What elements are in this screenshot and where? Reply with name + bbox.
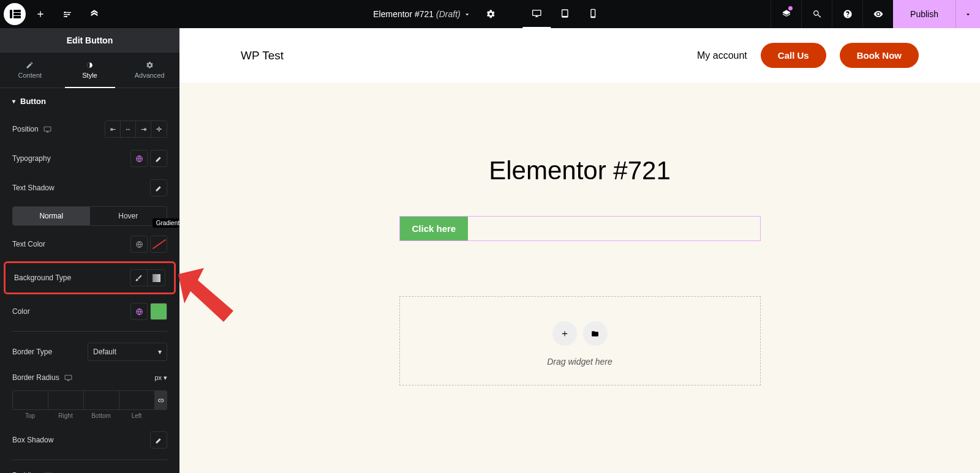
pencil-icon <box>155 155 163 163</box>
document-title-dropdown[interactable]: Elementor #721 (Draft) <box>373 9 471 19</box>
tab-content[interactable]: Content <box>0 53 60 88</box>
publish-options-button[interactable] <box>956 0 980 28</box>
chevron-down-icon <box>463 10 471 18</box>
page-settings-button[interactable] <box>478 2 503 26</box>
border-radius-inputs <box>12 390 167 410</box>
text-color-label: Text Color <box>12 240 45 248</box>
typography-global-button[interactable] <box>130 150 148 167</box>
globe-icon <box>135 240 143 248</box>
device-tablet-button[interactable] <box>551 0 579 28</box>
responsive-device-group <box>522 0 607 28</box>
align-center-button[interactable]: ↔ <box>121 121 136 137</box>
typography-edit-button[interactable] <box>150 150 167 167</box>
border-radius-right-input[interactable] <box>48 391 84 409</box>
text-color-global-button[interactable] <box>130 236 148 253</box>
state-normal-button[interactable]: Normal <box>13 207 90 225</box>
text-color-swatch[interactable] <box>150 236 167 253</box>
help-button[interactable] <box>832 0 862 28</box>
sidebar-scroll[interactable]: Button Position ⇤ ↔ ⇥ ✛ Typography <box>0 88 179 473</box>
desktop-icon[interactable] <box>64 374 72 382</box>
border-radius-label: Border Radius <box>12 373 59 382</box>
background-type-highlight: Background Type <box>4 261 176 294</box>
align-left-button[interactable]: ⇤ <box>105 121 121 137</box>
text-shadow-label: Text Shadow <box>12 184 55 192</box>
sidebar-tabs: Content Style Advanced <box>0 53 179 88</box>
color-label: Color <box>12 307 30 316</box>
position-align-group: ⇤ ↔ ⇥ ✛ <box>105 121 167 138</box>
publish-button[interactable]: Publish <box>893 0 956 28</box>
tab-advanced-label: Advanced <box>135 72 165 79</box>
page-preview: WP Test My account Call Us Book Now Elem… <box>179 28 980 473</box>
state-toggle: Normal Hover <box>12 206 167 226</box>
preview-call-button[interactable]: Call Us <box>761 43 826 68</box>
control-padding: Padding px▾ <box>0 465 179 473</box>
main-layout: Edit Button Content Style Advanced Butto… <box>0 28 980 473</box>
pencil-icon <box>155 184 163 192</box>
border-radius-bottom-input[interactable] <box>84 391 119 409</box>
control-text-color: Text Color Gradient <box>0 229 179 259</box>
color-global-button[interactable] <box>130 303 148 320</box>
tab-style[interactable]: Style <box>60 53 120 88</box>
folder-icon <box>591 330 599 338</box>
site-settings-button[interactable] <box>55 2 80 26</box>
align-justify-button[interactable]: ✛ <box>151 121 167 137</box>
background-type-label: Background Type <box>14 274 71 282</box>
control-color: Color <box>0 297 179 326</box>
canvas-area[interactable]: WP Test My account Call Us Book Now Elem… <box>179 28 980 473</box>
border-radius-labels: Top Right Bottom Left <box>12 412 167 419</box>
section-button-header[interactable]: Button <box>0 88 179 114</box>
preview-account-link[interactable]: My account <box>697 50 747 61</box>
section-button-label: Button <box>20 97 46 106</box>
device-mobile-button[interactable] <box>579 0 607 28</box>
editor-topbar: Elementor #721 (Draft) <box>0 0 980 28</box>
bg-type-gradient-button[interactable] <box>148 270 165 286</box>
globe-icon <box>135 308 143 316</box>
add-widget-button[interactable] <box>28 2 53 26</box>
drop-zone-icons: ＋ <box>400 321 760 346</box>
border-type-select[interactable]: Default ▾ <box>88 343 167 361</box>
preview-site-title[interactable]: WP Test <box>241 49 284 62</box>
preview-click-button[interactable]: Click here <box>400 217 469 240</box>
tab-style-label: Style <box>82 72 97 79</box>
control-border-radius: Border Radius px▾ <box>0 367 179 388</box>
preview-button[interactable] <box>862 0 893 28</box>
link-icon <box>157 397 165 404</box>
notifications-button[interactable] <box>771 0 801 28</box>
bg-type-classic-button[interactable] <box>130 270 148 286</box>
border-radius-unit[interactable]: px▾ <box>154 374 167 382</box>
pencil-icon <box>26 61 34 69</box>
editor-sidebar: Edit Button Content Style Advanced Butto… <box>0 28 179 473</box>
elementor-logo-icon[interactable] <box>4 3 26 25</box>
bg-color-swatch[interactable] <box>150 303 167 320</box>
control-text-shadow: Text Shadow <box>0 173 179 203</box>
box-shadow-edit-button[interactable] <box>150 431 167 449</box>
preview-nav: My account Call Us Book Now <box>697 43 919 68</box>
brush-icon <box>135 274 143 282</box>
svg-point-0 <box>66 16 67 18</box>
finder-search-button[interactable] <box>801 0 832 28</box>
pencil-icon <box>155 436 163 444</box>
drop-zone[interactable]: ＋ Drag widget here <box>399 296 761 385</box>
preview-page-title: Elementor #721 <box>179 83 980 216</box>
divider <box>12 331 167 332</box>
device-desktop-button[interactable] <box>522 0 551 28</box>
control-border-type: Border Type Default ▾ <box>0 337 179 367</box>
preview-book-button[interactable]: Book Now <box>840 43 919 68</box>
structure-button[interactable] <box>82 2 107 26</box>
topbar-right-group: Publish <box>771 0 980 28</box>
tab-advanced[interactable]: Advanced <box>119 53 179 88</box>
template-library-button[interactable] <box>583 321 608 346</box>
add-widget-circle-button[interactable]: ＋ <box>552 321 577 346</box>
border-radius-link-button[interactable] <box>155 391 167 409</box>
desktop-icon[interactable] <box>43 125 51 133</box>
border-radius-left-input[interactable] <box>119 391 155 409</box>
globe-icon <box>135 155 143 163</box>
gradient-tooltip: Gradient <box>153 218 179 228</box>
preview-site-header: WP Test My account Call Us Book Now <box>179 28 980 83</box>
text-shadow-edit-button[interactable] <box>150 179 167 196</box>
align-right-button[interactable]: ⇥ <box>136 121 151 137</box>
selected-button-widget[interactable]: Click here <box>399 216 761 241</box>
border-type-label: Border Type <box>12 348 52 356</box>
document-status: (Draft) <box>436 9 461 19</box>
border-radius-top-input[interactable] <box>13 391 48 409</box>
